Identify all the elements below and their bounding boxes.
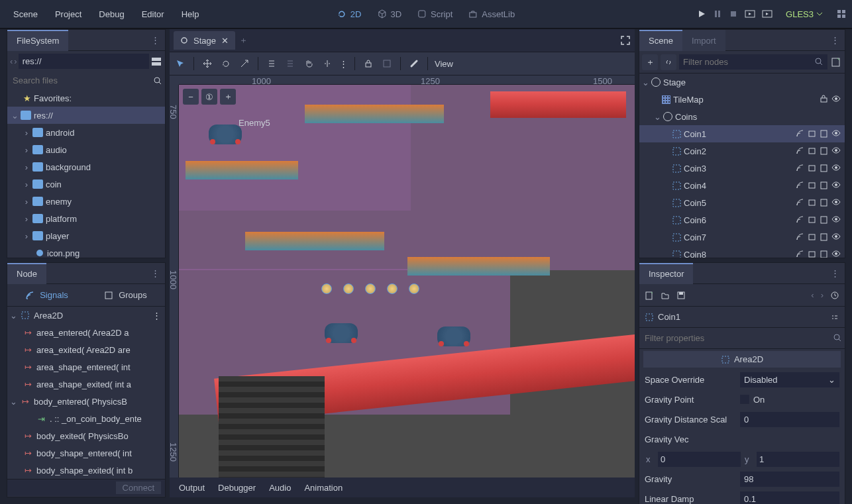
bottom-output[interactable]: Output bbox=[179, 483, 205, 493]
enemy-sprite[interactable] bbox=[437, 327, 470, 346]
path-field[interactable]: res:// bbox=[19, 54, 149, 69]
workspace-assetlib[interactable]: AssetLib bbox=[463, 5, 520, 23]
root-folder-row[interactable]: ⌄res:// bbox=[7, 107, 165, 124]
play-scene-icon[interactable] bbox=[745, 9, 755, 19]
menu-debug[interactable]: Debug bbox=[91, 5, 132, 23]
history-forward-icon[interactable]: › bbox=[821, 290, 824, 300]
scene-tab-stage[interactable]: Stage ✕ bbox=[174, 31, 235, 50]
viewport[interactable]: 1000 1250 1500 750 1000 1250 Enemy5 bbox=[170, 76, 635, 478]
signal-item[interactable]: ↦area_shape_entered( int bbox=[7, 358, 165, 376]
vec-x-field[interactable]: 0 bbox=[658, 452, 741, 467]
menu-help[interactable]: Help bbox=[174, 5, 207, 23]
folder-platform[interactable]: ›platform bbox=[7, 210, 165, 227]
instance-icon[interactable] bbox=[808, 181, 817, 190]
folder-audio[interactable]: ›audio bbox=[7, 141, 165, 158]
signal-item[interactable]: ↦area_entered( Area2D a bbox=[7, 324, 165, 341]
close-icon[interactable]: ✕ bbox=[221, 36, 229, 46]
ruler-tool-icon[interactable] bbox=[321, 57, 334, 70]
workspace-2d[interactable]: 2D bbox=[332, 5, 367, 23]
properties-icon[interactable] bbox=[830, 313, 839, 322]
history-icon[interactable] bbox=[830, 291, 839, 300]
lock-icon[interactable] bbox=[362, 57, 375, 70]
more-icon[interactable]: ⋮ bbox=[146, 35, 165, 45]
scale-tool-icon[interactable] bbox=[238, 57, 251, 70]
visibility-icon[interactable] bbox=[831, 215, 841, 225]
signal-icon[interactable] bbox=[796, 198, 805, 207]
script-icon[interactable] bbox=[820, 232, 829, 242]
groups-subtab[interactable]: Groups bbox=[86, 284, 165, 306]
search-input[interactable] bbox=[10, 73, 153, 88]
connect-button[interactable]: Connect bbox=[116, 481, 161, 494]
signal-icon[interactable] bbox=[796, 129, 805, 138]
coin-sprite[interactable] bbox=[409, 283, 419, 294]
signal-icon[interactable] bbox=[796, 181, 805, 190]
filter-input[interactable] bbox=[642, 330, 833, 346]
script-icon[interactable] bbox=[820, 215, 829, 225]
pan-tool-icon[interactable] bbox=[302, 57, 315, 70]
signal-icon[interactable] bbox=[796, 250, 805, 258]
class-button[interactable]: Area2D bbox=[643, 351, 841, 368]
folder-coin[interactable]: ›coin bbox=[7, 176, 165, 193]
coin-sprite[interactable] bbox=[343, 283, 354, 294]
more-icon[interactable]: ⋮ bbox=[825, 268, 845, 278]
favorites-row[interactable]: ★Favorites: bbox=[7, 89, 165, 107]
instance-icon[interactable] bbox=[808, 198, 817, 207]
scene-node-stage[interactable]: ⌄Stage bbox=[639, 74, 845, 91]
instance-icon[interactable] bbox=[808, 250, 817, 258]
more-icon[interactable]: ⋮ bbox=[146, 268, 165, 278]
scene-node-coin[interactable]: Coin7 bbox=[639, 228, 845, 246]
menu-project[interactable]: Project bbox=[47, 5, 89, 23]
move-tool-icon[interactable] bbox=[201, 57, 214, 70]
signals-subtab[interactable]: Signals bbox=[7, 284, 86, 306]
pause-icon[interactable] bbox=[713, 9, 722, 19]
new-resource-icon[interactable] bbox=[645, 291, 654, 300]
list-tool-2-icon[interactable] bbox=[284, 57, 297, 70]
vec-y-field[interactable]: 1 bbox=[757, 452, 839, 467]
folder-android[interactable]: ›android bbox=[7, 124, 165, 141]
add-tab-icon[interactable]: ＋ bbox=[239, 34, 248, 46]
wall-sprite[interactable] bbox=[219, 376, 325, 478]
scene-tab[interactable]: Scene bbox=[639, 30, 682, 51]
signal-icon[interactable] bbox=[796, 146, 805, 156]
instance-icon[interactable] bbox=[808, 164, 817, 173]
enemy-sprite[interactable] bbox=[325, 323, 358, 343]
instance-icon[interactable] bbox=[808, 129, 817, 138]
script-icon[interactable] bbox=[820, 146, 829, 156]
fullscreen-icon[interactable] bbox=[620, 35, 631, 46]
distraction-free-icon[interactable] bbox=[836, 9, 847, 19]
menu-editor[interactable]: Editor bbox=[134, 5, 172, 23]
signal-icon[interactable] bbox=[796, 232, 805, 242]
view-menu[interactable]: View bbox=[435, 59, 453, 69]
menu-scene[interactable]: Scene bbox=[5, 5, 46, 23]
stop-icon[interactable] bbox=[729, 9, 738, 19]
signal-item[interactable]: ↦area_shape_exited( int a bbox=[7, 376, 165, 393]
bone-icon[interactable] bbox=[407, 57, 421, 70]
checkbox[interactable] bbox=[740, 395, 749, 404]
import-tab[interactable]: Import bbox=[682, 30, 725, 51]
list-tool-icon[interactable] bbox=[265, 57, 278, 70]
signal-icon[interactable] bbox=[796, 215, 805, 225]
instance-icon[interactable] bbox=[808, 232, 817, 242]
scene-node-coin[interactable]: Coin2 bbox=[639, 142, 845, 160]
folder-background[interactable]: ›background bbox=[7, 158, 165, 176]
inspector-tab[interactable]: Inspector bbox=[639, 263, 693, 284]
more-icon[interactable]: ⋮ bbox=[825, 35, 845, 45]
scene-node-tilemap[interactable]: TileMap bbox=[639, 91, 845, 108]
enemy-sprite[interactable] bbox=[209, 125, 242, 144]
instance-button[interactable] bbox=[661, 54, 676, 70]
coin-sprite[interactable] bbox=[321, 283, 332, 294]
split-mode-icon[interactable] bbox=[150, 56, 162, 68]
save-resource-icon[interactable] bbox=[676, 291, 686, 300]
add-node-button[interactable]: ＋ bbox=[642, 54, 658, 70]
open-resource-icon[interactable] bbox=[661, 291, 670, 300]
folder-enemy[interactable]: ›enemy bbox=[7, 193, 165, 210]
zoom-reset-button[interactable]: ① bbox=[201, 89, 217, 105]
nav-back-icon[interactable]: ‹ bbox=[10, 56, 13, 66]
bottom-debugger[interactable]: Debugger bbox=[218, 483, 256, 493]
platform-sprite[interactable] bbox=[186, 161, 298, 179]
bottom-animation[interactable]: Animation bbox=[304, 483, 343, 493]
scene-node-coin[interactable]: Coin4 bbox=[639, 177, 845, 194]
instance-icon[interactable] bbox=[808, 215, 817, 225]
script-icon[interactable] bbox=[820, 198, 829, 207]
zoom-in-button[interactable]: ＋ bbox=[220, 89, 236, 105]
